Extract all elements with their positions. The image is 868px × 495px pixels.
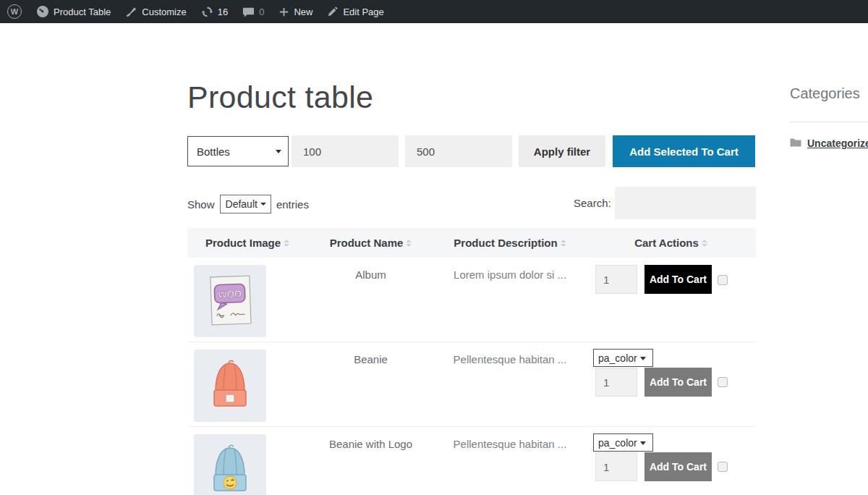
product-name: Album	[307, 268, 434, 281]
table-row: Beanie with Logo Pellentesque habitan ..…	[187, 427, 756, 495]
category-filter-value: Bottles	[197, 145, 230, 158]
cart-actions-cell: pa_color Add To Cart	[586, 342, 756, 426]
filter-bar: Bottles Apply filter Add Selected To Car…	[187, 135, 755, 167]
sort-icon	[702, 240, 707, 247]
comments-menu[interactable]: 0	[235, 0, 271, 23]
product-image-beanie-with-logo	[194, 434, 266, 495]
chevron-down-icon	[260, 203, 266, 206]
chevron-down-icon	[640, 357, 646, 360]
product-table: Product Image Product Name Product Descr…	[187, 228, 756, 495]
comments-count: 0	[259, 7, 264, 17]
new-content-menu[interactable]: New	[271, 0, 320, 23]
category-link-uncategorized[interactable]: Uncategorized	[807, 138, 868, 149]
cart-actions-cell: pa_color Add To Cart	[586, 427, 756, 495]
select-product-checkbox[interactable]	[718, 377, 728, 387]
entries-label: entries	[276, 198, 309, 211]
table-header-row: Product Image Product Name Product Descr…	[187, 228, 756, 258]
select-product-checkbox[interactable]	[718, 275, 728, 285]
variation-select[interactable]: pa_color	[593, 433, 653, 452]
wp-admin-bar: W Product Table Customize 16 0 New Edi	[0, 0, 868, 23]
chevron-down-icon	[276, 150, 281, 153]
table-row: Beanie Pellentesque habitan ... pa_color…	[187, 342, 756, 427]
product-name: Beanie	[307, 353, 434, 365]
header-product-image[interactable]: Product Image	[187, 237, 307, 249]
variation-value: pa_color	[598, 352, 637, 364]
paintbrush-icon	[125, 6, 137, 18]
updates-refresh-icon	[201, 6, 213, 18]
table-row: WOO Album Lorem ipsum dolor si ... Add T…	[187, 258, 756, 342]
header-product-name[interactable]: Product Name	[307, 237, 434, 249]
show-label: Show	[187, 198, 215, 211]
categories-widget: Categories Uncategorized	[790, 85, 868, 150]
product-name: Beanie with Logo	[307, 438, 434, 450]
header-cart-actions[interactable]: Cart Actions	[586, 237, 756, 249]
add-to-cart-button[interactable]: Add To Cart	[644, 452, 712, 481]
min-price-input[interactable]	[292, 135, 399, 167]
plus-icon	[278, 7, 289, 17]
variation-select[interactable]: pa_color	[593, 349, 653, 367]
site-name-label: Product Table	[54, 7, 111, 17]
quantity-input[interactable]	[595, 368, 637, 397]
max-price-input[interactable]	[405, 135, 512, 167]
wordpress-logo-icon: W	[7, 4, 22, 19]
apply-filter-button[interactable]: Apply filter	[519, 135, 605, 167]
sort-icon	[406, 240, 412, 247]
site-name-menu[interactable]: Product Table	[29, 0, 118, 23]
pencil-icon	[327, 6, 339, 17]
updates-count: 16	[218, 7, 228, 17]
variation-value: pa_color	[598, 437, 637, 449]
edit-page-label: Edit Page	[343, 7, 383, 17]
chevron-down-icon	[640, 441, 646, 445]
cart-actions-cell: Add To Cart	[586, 258, 756, 342]
customize-label: Customize	[142, 7, 186, 17]
entries-length-select[interactable]: Default	[220, 195, 271, 213]
entries-length-value: Default	[226, 198, 258, 210]
search-label: Search:	[574, 197, 611, 209]
search-input[interactable]	[615, 187, 756, 219]
product-description: Pellentesque habitan ...	[434, 438, 586, 450]
categories-widget-title: Categories	[790, 85, 868, 102]
quantity-input[interactable]	[595, 265, 637, 294]
add-to-cart-button[interactable]: Add To Cart	[644, 368, 712, 397]
sort-icon	[561, 240, 566, 247]
dashboard-gauge-icon	[36, 5, 49, 18]
edit-page-menu[interactable]: Edit Page	[320, 0, 391, 23]
customize-menu[interactable]: Customize	[118, 0, 193, 23]
wp-logo-menu[interactable]: W	[0, 0, 29, 23]
header-product-description[interactable]: Product Description	[434, 237, 586, 249]
page-title: Product table	[187, 80, 373, 115]
entries-control: Show Default entries	[187, 195, 309, 213]
new-label: New	[294, 7, 312, 17]
product-description: Pellentesque habitan ...	[434, 353, 586, 365]
widget-divider	[790, 122, 868, 122]
quantity-input[interactable]	[595, 452, 637, 481]
add-to-cart-button[interactable]: Add To Cart	[644, 265, 712, 294]
comment-bubble-icon	[242, 6, 255, 18]
select-product-checkbox[interactable]	[718, 462, 728, 472]
add-selected-to-cart-button[interactable]: Add Selected To Cart	[613, 135, 755, 167]
product-image-beanie	[194, 350, 266, 422]
updates-menu[interactable]: 16	[194, 0, 235, 23]
category-filter-select[interactable]: Bottles	[187, 136, 289, 166]
product-description: Lorem ipsum dolor si ...	[434, 268, 586, 281]
folder-icon	[790, 137, 801, 150]
svg-text:WOO: WOO	[218, 288, 242, 300]
sort-icon	[284, 240, 289, 247]
category-list-item[interactable]: Uncategorized	[790, 137, 868, 150]
product-image-album: WOO	[194, 265, 266, 337]
